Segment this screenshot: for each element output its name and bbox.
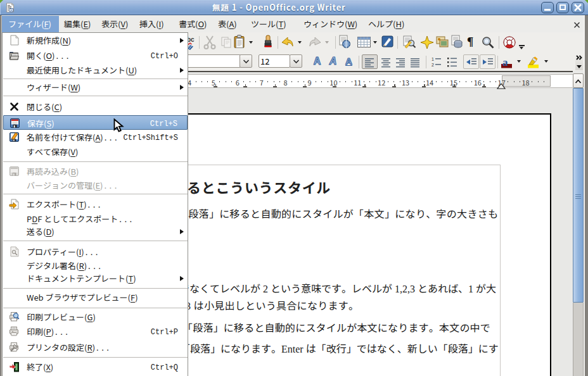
svg-text:1: 1 xyxy=(431,57,434,61)
svg-text:a: a xyxy=(502,56,508,68)
svg-text:2: 2 xyxy=(431,63,434,67)
